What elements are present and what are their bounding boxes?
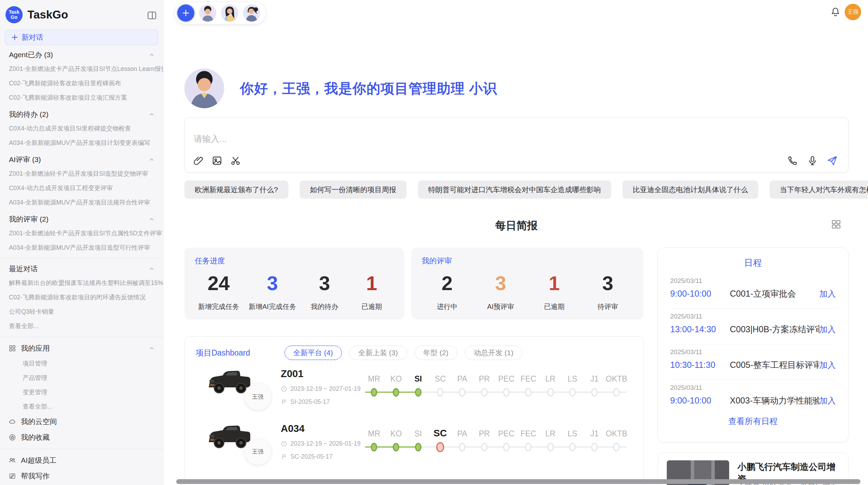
chevron-up-icon <box>149 157 154 162</box>
sidebar-item-star[interactable]: 我的收藏 <box>0 430 163 445</box>
collapse-sidebar-icon[interactable] <box>147 10 157 19</box>
project-name[interactable]: Z001 <box>281 368 303 380</box>
schedule-time: 10:30-11:30 <box>670 360 722 370</box>
user-avatar[interactable]: 王强 <box>845 4 861 20</box>
composer-actions <box>787 155 838 166</box>
sidebar-item[interactable]: C02-飞腾新能源轻客改款项目的闭环通告反馈情况 <box>0 290 163 304</box>
sidebar-item[interactable]: A034-全新新能源MUV产品开发项目造型可行性评审 <box>0 240 163 255</box>
greeting-block: 你好，王强，我是你的项目管理助理 小识 <box>184 69 497 108</box>
agent-avatar-2[interactable] <box>221 4 238 22</box>
sidebar-subitem[interactable]: 产品管理 <box>0 371 163 385</box>
sidebar-item[interactable]: Z001-全新燃油轻卡产品开发项目SI造型提交物评审 <box>0 166 163 181</box>
section-label: 我的评审 (2) <box>9 214 49 224</box>
sidebar-item[interactable]: Z001-全新燃油皮卡产品开发项目SI节点Lesson Learn报告 <box>0 62 163 76</box>
suggestion-chip[interactable]: 欧洲新规最近颁布了什么? <box>184 181 288 199</box>
sidebar-section-header[interactable]: AI评审 (3) <box>0 153 163 166</box>
join-meeting-link[interactable]: 加入 <box>819 288 836 299</box>
sidebar-subitem[interactable]: 变更管理 <box>0 385 163 399</box>
stat-label: 新增完成任务 <box>198 302 239 311</box>
stat: 3AI预评审 <box>482 272 519 311</box>
agent-avatar-3[interactable] <box>243 4 260 22</box>
sidebar-item-people[interactable]: AI超级员工 <box>0 452 163 468</box>
scissors-icon[interactable] <box>230 155 241 166</box>
schedule-event: C001-立项审批会 <box>730 288 819 299</box>
layout-grid-icon[interactable] <box>831 219 841 229</box>
image-icon[interactable] <box>212 155 222 166</box>
composer-input[interactable] <box>194 133 742 148</box>
sidebar-item[interactable]: A034-全新新能源MUV产品开发项目计划变更表编写 <box>0 136 163 150</box>
horizontal-scrollbar[interactable] <box>176 479 860 484</box>
sidebar-item-my-apps[interactable]: 我的应用 <box>0 340 163 356</box>
sidebar-item[interactable]: A034-全新新能源MUV产品开发项目法规符合性评审 <box>0 195 163 210</box>
sidebar-item[interactable]: 查看全部... <box>0 319 163 333</box>
stat-value: 3 <box>589 272 627 295</box>
project-name[interactable]: A034 <box>281 423 304 434</box>
schedule-entry: 2025/03/119:00-10:00C001-立项审批会加入 <box>670 273 836 299</box>
dashboard-tab[interactable]: 全新平台 (4) <box>285 346 342 360</box>
project-flag-milestone: SC-2025-05-17 <box>281 453 333 460</box>
flag-text: SI-2025-05-17 <box>290 398 330 406</box>
link-label: 我的收藏 <box>21 433 50 442</box>
sidebar-item-cloud[interactable]: 我的云空间 <box>0 414 163 430</box>
sidebar-subitem[interactable]: 查看全部... <box>0 399 163 414</box>
sidebar-item[interactable]: C0X4-动力总成开发项目工程变更评审 <box>0 181 163 195</box>
agent-avatar-1[interactable] <box>199 4 216 22</box>
sidebar-subitem[interactable]: 项目管理 <box>0 356 163 371</box>
milestone-label-SI: SI <box>407 429 429 439</box>
sidebar-item[interactable]: Z001-全新燃油轻卡产品开发项目SI节点属性5D文件评审 <box>0 226 163 240</box>
schedule-time: 13:00-14:30 <box>670 324 722 334</box>
suggestion-chip[interactable]: 比亚迪全固态电池计划具体说了什么 <box>623 181 758 199</box>
suggestion-chip[interactable]: 特朗普可能对进口汽车增税会对中国车企造成哪些影响 <box>418 181 611 199</box>
sidebar-item[interactable]: 公司Q3轻卡销量 <box>0 304 163 319</box>
section-label: Agent已办 (3) <box>9 50 53 60</box>
milestone-label-OKTB: OKTB <box>605 374 627 384</box>
milestone-label-LS: LS <box>562 374 583 384</box>
phone-call-icon[interactable] <box>787 155 798 166</box>
join-meeting-link[interactable]: 加入 <box>819 395 836 406</box>
paperclip-icon[interactable] <box>193 155 204 166</box>
stat-value: 1 <box>353 272 390 295</box>
suggestion-chip[interactable]: 如何写一份清晰的项目周报 <box>300 181 407 199</box>
sidebar-divider <box>0 258 163 259</box>
stat-label: 已逾期 <box>353 302 390 311</box>
milestone-label-J1: J1 <box>583 374 605 384</box>
milestone-node-PA <box>459 443 466 451</box>
milestone-label-MR: MR <box>363 429 385 439</box>
add-agent-button[interactable] <box>177 4 194 22</box>
suggestion-chip[interactable]: 当下年轻人对汽车外观有怎样的喜好趋势 <box>770 181 868 199</box>
sidebar-section-header[interactable]: 我的待办 (2) <box>0 108 163 121</box>
stats-row: 2进行中3AI预评审1已逾期3待评审 <box>411 266 643 311</box>
new-chat-button[interactable]: 新对话 <box>5 29 158 45</box>
link-label: AI超级员工 <box>21 456 57 465</box>
microphone-icon[interactable] <box>807 155 818 166</box>
chevron-up-icon <box>149 217 154 222</box>
sidebar-section-header[interactable]: 我的评审 (2) <box>0 212 163 226</box>
stat: 1已逾期 <box>353 272 390 311</box>
join-meeting-link[interactable]: 加入 <box>819 360 836 371</box>
join-meeting-link[interactable]: 加入 <box>819 324 836 335</box>
sidebar-item[interactable]: C02-飞腾新能源轻客改款项目立项汇报方案 <box>0 90 163 105</box>
milestone-node-LS <box>569 443 576 451</box>
milestone-label-LS: LS <box>562 429 583 439</box>
milestone-labels: MRKOSISCPAPRPECFECLRLSJ1OKTB <box>363 374 628 384</box>
section-label: 最近对话 <box>9 264 38 274</box>
dashboard-tab[interactable]: 全新上装 (3) <box>349 346 407 360</box>
milestone-label-SI: SI <box>407 374 429 384</box>
dashboard-tab[interactable]: 动总开发 (1) <box>465 346 522 360</box>
app-group-label: 我的应用 <box>21 344 144 353</box>
sidebar-item[interactable]: 解释最新出台的欧盟报废车法规再生塑料比例被调至15%... <box>0 276 163 290</box>
milestone-track <box>363 387 628 398</box>
milestone-node-SI <box>415 388 421 397</box>
dashboard-tab[interactable]: 年型 (2) <box>414 346 458 360</box>
sidebar-section-header[interactable]: 最近对话 <box>0 262 163 276</box>
dashboard-title: 项目Dashboard <box>196 348 250 358</box>
sidebar-item[interactable]: C02-飞腾新能源轻客改款项目里程碑画布 <box>0 76 163 90</box>
send-icon[interactable] <box>827 155 838 166</box>
composer-attachments <box>193 155 241 166</box>
sidebar-item[interactable]: C0X4-动力总成开发项目SI里程碑提交物检查 <box>0 121 163 136</box>
sidebar-item-write[interactable]: 帮我写作 <box>0 468 163 484</box>
sidebar-section-header[interactable]: Agent已办 (3) <box>0 48 163 62</box>
notifications-bell-icon[interactable] <box>830 7 841 18</box>
stat: 3我的待办 <box>306 272 343 311</box>
view-all-schedule-link[interactable]: 查看所有日程 <box>658 416 848 427</box>
